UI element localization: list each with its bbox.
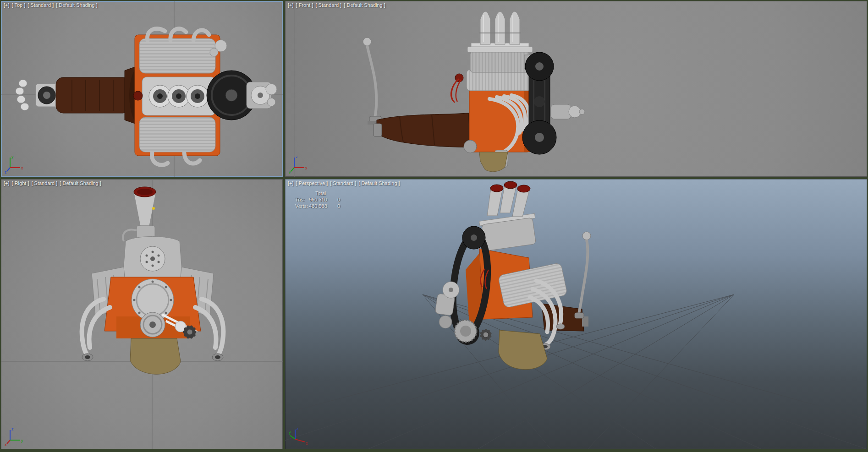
viewport-canvas-front[interactable]: [285, 1, 867, 177]
view-preset-menu[interactable]: [ Standard ]: [315, 2, 341, 8]
axis-y-label: y: [289, 430, 291, 435]
view-preset-menu[interactable]: [ Standard ]: [27, 2, 54, 8]
axis-y-label: y: [11, 154, 14, 159]
axis-z-icon: [7, 168, 10, 171]
point-of-view-menu[interactable]: [ Perspective ]: [296, 180, 328, 186]
stats-total-header: Total: [295, 190, 340, 196]
viewport-label-bar: [+] [ Top ] [ Standard ] [ Default Shadi…: [4, 2, 98, 8]
shading-menu[interactable]: [ Default Shading ]: [358, 180, 400, 186]
general-viewport-menu[interactable]: [+]: [288, 180, 294, 186]
viewport-perspective[interactable]: [+] [ Perspective ] [ Standard ] [ Defau…: [285, 179, 867, 449]
axis-x-label: x: [306, 441, 308, 446]
engine-model-right-view[interactable]: [82, 187, 224, 374]
axis-x-label: x: [5, 442, 7, 447]
viewport-top[interactable]: [+] [ Top ] [ Standard ] [ Default Shadi…: [1, 1, 283, 177]
point-of-view-menu[interactable]: [ Top ]: [12, 2, 26, 8]
axis-x-icon: [295, 439, 305, 442]
stats-verts-label: Verts:: [295, 203, 309, 209]
general-viewport-menu[interactable]: [+]: [4, 2, 10, 8]
axis-tripod: z x y: [289, 425, 310, 447]
axis-z-label: z: [296, 154, 298, 159]
engine-model-front-view[interactable]: [363, 11, 585, 172]
viewport-label-bar: [+] [ Front ] [ Standard ] [ Default Sha…: [288, 2, 385, 8]
viewport-canvas-right[interactable]: [1, 179, 283, 449]
point-of-view-menu[interactable]: [ Front ]: [296, 2, 313, 8]
statistics-overlay: Total Tris: 960 310 0 Verts: 480 588 0: [295, 190, 340, 209]
viewport-label-bar: [+] [ Right ] [ Standard ] [ Default Sha…: [4, 180, 101, 186]
engine-model-perspective-view[interactable]: [435, 181, 591, 370]
stats-verts-selected: 0: [337, 203, 340, 209]
view-preset-menu[interactable]: [ Standard ]: [31, 180, 57, 186]
shading-menu[interactable]: [ Default Shading ]: [60, 180, 101, 186]
axis-tripod: z y x: [5, 425, 26, 447]
stats-tris-total: 960 310: [309, 196, 331, 203]
viewport-right[interactable]: [+] [ Right ] [ Standard ] [ Default Sha…: [1, 179, 283, 449]
view-preset-menu[interactable]: [ Standard ]: [330, 180, 356, 186]
helper-point: [152, 207, 155, 210]
axis-y-icon: [291, 168, 294, 171]
viewport-canvas-top[interactable]: [1, 1, 283, 177]
axis-z-label: z: [297, 426, 299, 431]
viewport-canvas-perspective[interactable]: [285, 179, 867, 449]
stats-tris-selected: 0: [337, 196, 340, 203]
stats-verts-total: 480 588: [309, 203, 331, 209]
general-viewport-menu[interactable]: [+]: [4, 180, 10, 186]
stats-row-tris: Tris: 960 310 0: [295, 196, 340, 203]
axis-y-icon: [290, 436, 295, 439]
axis-y-label: y: [289, 170, 291, 174]
general-viewport-menu[interactable]: [+]: [288, 2, 294, 8]
viewport-front[interactable]: [+] [ Front ] [ Standard ] [ Default Sha…: [285, 1, 867, 177]
viewport-layout: [+] [ Top ] [ Standard ] [ Default Shadi…: [0, 0, 868, 452]
shading-menu[interactable]: [ Default Shading ]: [344, 2, 385, 8]
engine-model-top-view[interactable]: [16, 28, 277, 165]
axis-tripod: y x z: [5, 153, 26, 174]
axis-z-label: z: [11, 427, 14, 431]
axis-x-icon: [7, 440, 10, 444]
axis-y-label: y: [21, 438, 23, 443]
axis-x-label: x: [21, 166, 23, 170]
axis-x-label: x: [305, 166, 308, 170]
axis-z-label: z: [5, 170, 7, 174]
stats-row-verts: Verts: 480 588 0: [295, 203, 340, 209]
point-of-view-menu[interactable]: [ Right ]: [12, 180, 29, 186]
stats-tris-label: Tris:: [295, 196, 309, 203]
viewport-label-bar: [+] [ Perspective ] [ Standard ] [ Defau…: [288, 180, 400, 186]
shading-menu[interactable]: [ Default Shading ]: [56, 2, 98, 8]
axis-tripod: z x y: [289, 153, 310, 174]
